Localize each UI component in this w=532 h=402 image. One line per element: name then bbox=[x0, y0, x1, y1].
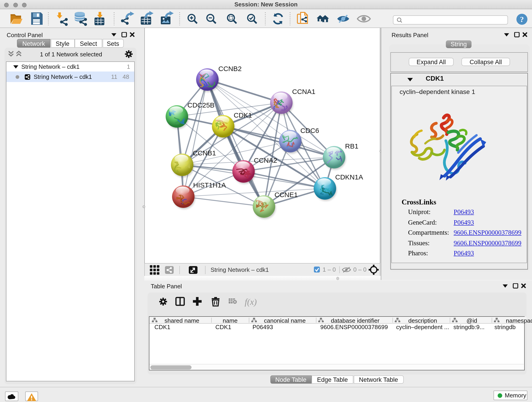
svg-text:CCNA2: CCNA2 bbox=[254, 157, 277, 164]
svg-text:CCNB1: CCNB1 bbox=[192, 149, 216, 157]
svg-text:1 – 0: 1 – 0 bbox=[322, 266, 336, 273]
svg-text:CDKN1A: CDKN1A bbox=[335, 173, 363, 181]
svg-text:CCNE1: CCNE1 bbox=[274, 191, 298, 198]
svg-text:?: ? bbox=[520, 15, 524, 24]
svg-text:CCNB2: CCNB2 bbox=[218, 65, 241, 72]
svg-text:HIST1H1A: HIST1H1A bbox=[193, 181, 226, 189]
svg-text:CDK1: CDK1 bbox=[234, 111, 252, 119]
svg-text:CCNA1: CCNA1 bbox=[292, 88, 315, 95]
svg-text:CDC25B: CDC25B bbox=[187, 101, 214, 109]
svg-text:CDC6: CDC6 bbox=[300, 127, 319, 134]
svg-text:RB1: RB1 bbox=[345, 142, 358, 150]
svg-text:0 – 0: 0 – 0 bbox=[353, 266, 366, 273]
svg-text:f(x): f(x) bbox=[244, 297, 257, 307]
